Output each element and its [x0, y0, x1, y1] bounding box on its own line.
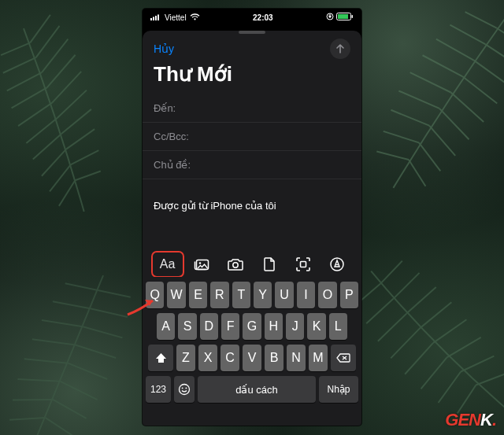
key-row-2: ASDFGHJKL: [146, 313, 358, 340]
key-f[interactable]: F: [221, 313, 239, 340]
key-y[interactable]: Y: [254, 282, 272, 308]
key-x[interactable]: X: [198, 345, 217, 371]
carrier-label: Viettel: [165, 13, 187, 22]
key-h[interactable]: H: [265, 313, 283, 340]
shift-key[interactable]: [148, 345, 173, 371]
markup-button[interactable]: [323, 253, 351, 275]
scan-button[interactable]: [289, 253, 317, 275]
compose-title: Thư Mới: [143, 59, 361, 94]
orientation-lock-icon: [326, 13, 334, 22]
key-s[interactable]: S: [178, 313, 196, 340]
text-format-button[interactable]: Aa: [154, 253, 182, 275]
email-body[interactable]: Được gửi từ iPhone của tôi: [143, 179, 361, 219]
key-p[interactable]: P: [340, 282, 358, 308]
svg-point-15: [180, 385, 190, 395]
key-o[interactable]: O: [318, 282, 336, 308]
numbers-key[interactable]: 123: [146, 376, 171, 403]
key-g[interactable]: G: [243, 313, 261, 340]
svg-rect-8: [338, 14, 348, 19]
camera-button[interactable]: [221, 253, 250, 275]
cancel-button[interactable]: Hủy: [154, 42, 174, 55]
key-row-3: ZXCVBNM: [146, 345, 358, 371]
svg-point-12: [232, 263, 237, 267]
svg-point-16: [182, 388, 183, 389]
return-key[interactable]: Nhập: [319, 376, 358, 403]
key-z[interactable]: Z: [176, 345, 195, 371]
battery-icon: [336, 13, 354, 22]
annotation-arrow: [123, 294, 162, 319]
key-c[interactable]: C: [220, 345, 239, 371]
key-r[interactable]: R: [210, 282, 228, 308]
key-w[interactable]: W: [167, 282, 185, 308]
wifi-icon: [190, 13, 200, 22]
photo-library-button[interactable]: [187, 253, 216, 275]
svg-rect-6: [329, 16, 332, 18]
watermark-logo: GENK.: [445, 410, 496, 430]
compose-sheet: Hủy Thư Mới Đến: Cc/Bcc: Chủ đề: Được gử…: [143, 31, 361, 280]
emoji-key[interactable]: [174, 376, 195, 403]
key-row-1: QWERTYUIOP: [146, 282, 358, 308]
format-toolbar: Aa: [143, 249, 361, 280]
cc-bcc-field[interactable]: Cc/Bcc:: [143, 123, 361, 151]
key-v[interactable]: V: [243, 345, 261, 371]
key-row-4: 123 dấu cách Nhập: [146, 376, 358, 403]
signal-icon: [150, 13, 161, 22]
clock: 22:03: [200, 13, 326, 22]
svg-rect-9: [352, 15, 354, 18]
backspace-key[interactable]: [331, 345, 356, 371]
space-key[interactable]: dấu cách: [198, 376, 316, 403]
key-m[interactable]: M: [309, 345, 328, 371]
svg-rect-2: [155, 16, 157, 20]
svg-rect-0: [150, 18, 152, 20]
key-d[interactable]: D: [200, 313, 218, 340]
key-t[interactable]: T: [232, 282, 250, 308]
svg-point-11: [198, 262, 201, 264]
key-j[interactable]: J: [286, 313, 304, 340]
key-e[interactable]: E: [189, 282, 207, 308]
svg-point-17: [186, 388, 187, 389]
attachment-button[interactable]: [255, 253, 284, 275]
keyboard: QWERTYUIOP ASDFGHJKL ZXCVBNM 123 dấu các…: [143, 277, 361, 426]
send-button[interactable]: [330, 39, 350, 59]
svg-rect-1: [153, 17, 154, 20]
key-k[interactable]: K: [307, 313, 325, 340]
svg-point-4: [194, 18, 195, 20]
subject-field[interactable]: Chủ đề:: [143, 151, 361, 179]
key-b[interactable]: B: [265, 345, 284, 371]
to-field[interactable]: Đến:: [143, 94, 361, 123]
phone-screenshot: Viettel 22:03 Hủy Thư Mới Đến: Cc/Bcc: C…: [143, 9, 361, 426]
svg-rect-3: [158, 14, 159, 20]
key-n[interactable]: N: [287, 345, 306, 371]
key-u[interactable]: U: [275, 282, 293, 308]
status-bar: Viettel 22:03: [143, 9, 361, 26]
key-l[interactable]: L: [329, 313, 347, 340]
svg-rect-13: [300, 262, 306, 267]
key-i[interactable]: I: [297, 282, 315, 308]
